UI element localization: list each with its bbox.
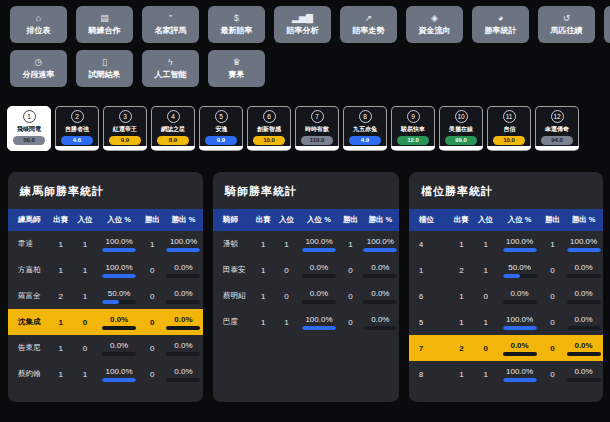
percent-cell: 0.0% xyxy=(498,289,541,304)
percent-bar xyxy=(102,378,136,382)
line-chart-icon: ↗ xyxy=(365,14,373,23)
column-header: 入位 xyxy=(473,215,498,225)
home-icon: ⌂ xyxy=(36,14,41,23)
horse-card-11[interactable]: 11自信10.0 xyxy=(487,106,531,151)
table-row: 告東尼100.0%00.0% xyxy=(8,335,203,361)
percent-value: 100.0% xyxy=(170,237,197,246)
nav-button-dollar[interactable]: $最新賠率 xyxy=(208,6,265,43)
percent-cell: 0.0% xyxy=(299,263,340,278)
row-name: 韋達 xyxy=(8,239,49,249)
draw-stats-title: 檔位勝率統計 xyxy=(421,184,603,199)
placed-cell: 1 xyxy=(274,240,298,249)
nav-button-lightning[interactable]: ϟ人工智能 xyxy=(142,50,199,87)
placed-cell: 1 xyxy=(72,266,97,275)
id-card-icon: ▤ xyxy=(100,14,109,23)
starts-cell: 1 xyxy=(252,240,274,249)
horse-card-6[interactable]: 6創新智感10.0 xyxy=(247,106,291,151)
percent-bar xyxy=(503,378,537,382)
percent-cell: 100.0% xyxy=(498,315,541,330)
wins-cell: 0 xyxy=(141,318,164,327)
row-name: 蔡約翰 xyxy=(8,369,49,379)
placed-cell: 0 xyxy=(473,292,498,301)
percent-value: 100.0% xyxy=(106,263,133,272)
table-row: 6100.0%00.0% xyxy=(409,283,603,309)
horse-card-2[interactable]: 2自勝者強4.6 xyxy=(55,106,99,151)
horse-card-12[interactable]: 12幸運傳奇94.0 xyxy=(535,106,579,151)
starts-cell: 1 xyxy=(49,240,72,249)
percent-cell: 0.0% xyxy=(498,341,541,356)
odds-badge: 10.0 xyxy=(253,136,285,145)
percent-bar xyxy=(166,352,200,356)
horse-card-9[interactable]: 9駿易快車12.0 xyxy=(391,106,435,151)
odds-badge: 12.0 xyxy=(397,136,429,145)
percent-cell: 0.0% xyxy=(362,263,399,278)
quote-icon: ” xyxy=(169,14,172,23)
horse-card-3[interactable]: 3紅運帝王9.9 xyxy=(103,106,147,151)
percent-bar xyxy=(166,378,200,382)
percent-bar xyxy=(503,326,537,330)
percent-bar xyxy=(166,326,200,330)
percent-value: 0.0% xyxy=(371,289,389,298)
placed-cell: 1 xyxy=(72,370,97,379)
percent-bar xyxy=(567,248,601,252)
row-name: 蔡明紹 xyxy=(213,291,252,301)
nav-button-clock[interactable]: ◷分段速率 xyxy=(10,50,67,87)
nav-button-history[interactable]: ↺馬匹往績 xyxy=(538,6,595,43)
percent-value: 0.0% xyxy=(510,289,528,298)
percent-cell: 0.0% xyxy=(164,289,203,304)
percent-cell: 0.0% xyxy=(564,315,603,330)
horse-number-badge: 9 xyxy=(407,110,420,123)
percent-bar-fill xyxy=(503,378,537,382)
wins-cell: 0 xyxy=(339,318,361,327)
stats-panels: 練馬師勝率統計 練馬師出賽入位入位 %勝出勝出 % 韋達11100.0%1100… xyxy=(8,172,603,402)
percent-bar xyxy=(102,248,136,252)
column-header: 出賽 xyxy=(252,215,274,225)
row-name: 4 xyxy=(409,240,450,249)
trainer-stats-title: 練馬師勝率統計 xyxy=(20,184,203,199)
table-row: 羅富全2150.0%00.0% xyxy=(8,283,203,309)
percent-bar-fill xyxy=(503,326,537,330)
percent-cell: 50.0% xyxy=(98,289,141,304)
percent-value: 100.0% xyxy=(106,237,133,246)
row-name: 6 xyxy=(409,292,450,301)
percent-value: 0.0% xyxy=(310,289,328,298)
column-header: 入位 xyxy=(72,215,97,225)
wins-cell: 0 xyxy=(339,266,361,275)
horse-card-10[interactable]: 10美麗在線99.0 xyxy=(439,106,483,151)
horse-name: 安逸 xyxy=(215,125,227,133)
percent-bar xyxy=(503,352,537,356)
nav-button-partial[interactable] xyxy=(604,6,610,43)
horse-card-1[interactable]: 1飛燄閃電50.0 xyxy=(7,106,51,151)
percent-value: 50.0% xyxy=(108,289,131,298)
percent-cell: 100.0% xyxy=(98,367,141,382)
odds-badge: 10.0 xyxy=(493,136,525,145)
column-header: 入位 % xyxy=(498,215,541,225)
nav-button-line-chart[interactable]: ↗賠率走勢 xyxy=(340,6,397,43)
horse-card-5[interactable]: 5安逸9.9 xyxy=(199,106,243,151)
nav-button-quote[interactable]: ”名家評馬 xyxy=(142,6,199,43)
percent-bar xyxy=(503,248,537,252)
odds-badge: 99.0 xyxy=(445,136,477,145)
horse-name: 時時有數 xyxy=(305,125,329,133)
table-row: 沈集成100.0%00.0% xyxy=(8,309,203,335)
column-header: 出賽 xyxy=(450,215,473,225)
nav-button-trophy[interactable]: ♛賽果 xyxy=(208,50,265,87)
nav-button-bar-chart[interactable]: ▂▅▇賠率分析 xyxy=(274,6,331,43)
nav-button-gate[interactable]: ▯試閘結果 xyxy=(76,50,133,87)
percent-bar xyxy=(363,300,397,304)
percent-bar xyxy=(363,248,397,252)
nav-button-home[interactable]: ⌂排位表 xyxy=(10,6,67,43)
nav-button-pie-chart[interactable]: ◕勝率統計 xyxy=(472,6,529,43)
horse-number-badge: 3 xyxy=(119,110,132,123)
horse-card-7[interactable]: 7時時有數110.0 xyxy=(295,106,339,151)
placed-cell: 1 xyxy=(473,318,498,327)
row-name: 8 xyxy=(409,370,450,379)
horse-card-8[interactable]: 8九五赤兔4.9 xyxy=(343,106,387,151)
row-name: 告東尼 xyxy=(8,343,49,353)
nav-button-droplet[interactable]: ◈資金流向 xyxy=(406,6,463,43)
horse-name: 駿易快車 xyxy=(401,125,425,133)
horse-card-4[interactable]: 4網誌之星8.9 xyxy=(151,106,195,151)
nav-button-id-card[interactable]: ▤騎練合作 xyxy=(76,6,133,43)
trainer-table-body: 韋達11100.0%1100.0%方嘉柏11100.0%00.0%羅富全2150… xyxy=(8,231,203,387)
wins-cell: 0 xyxy=(339,292,361,301)
